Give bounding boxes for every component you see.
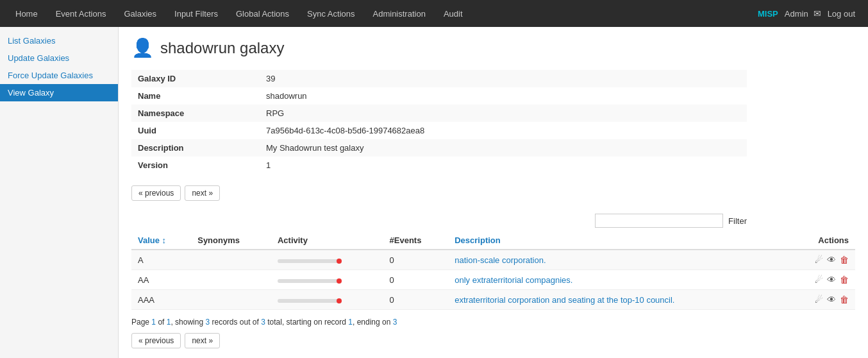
nav-event-actions[interactable]: Event Actions [47, 0, 115, 27]
detail-label: Version [131, 157, 260, 174]
cell-actions: ☄ 👁 🗑 [787, 270, 855, 290]
detail-label: Description [131, 139, 260, 157]
admin-area: Admin ✉ [785, 8, 821, 19]
nav-sync-actions[interactable]: Sync Actions [298, 0, 363, 27]
page-title: shadowrun galaxy [160, 39, 284, 57]
detail-value: shadowrun [260, 87, 747, 105]
nav-home[interactable]: Home [6, 0, 47, 27]
pagination-highlight: 3 [393, 318, 397, 327]
prev-button-bottom[interactable]: « previous [131, 333, 181, 348]
col-header-description[interactable]: Description [448, 232, 787, 250]
cell-actions: ☄ 👁 🗑 [787, 250, 855, 270]
nav-audit[interactable]: Audit [435, 0, 472, 27]
nav-global-actions[interactable]: Global Actions [227, 0, 298, 27]
delete-icon[interactable]: 🗑 [840, 275, 849, 285]
next-button-bottom[interactable]: next » [185, 333, 220, 348]
detail-row: Version1 [131, 157, 747, 174]
detail-value: RPG [260, 105, 747, 122]
detail-value: My Shadowrun test galaxy [260, 139, 747, 157]
navbar: Home Event Actions Galaxies Input Filter… [0, 0, 868, 27]
sidebar-item-view-galaxy[interactable]: View Galaxy [0, 84, 118, 101]
page-layout: List Galaxies Update Galaxies Force Upda… [0, 27, 868, 358]
logout-button[interactable]: Log out [821, 0, 862, 27]
cell-value: AAA [131, 290, 191, 310]
detail-row: NamespaceRPG [131, 105, 747, 122]
col-header-activity: Activity [271, 232, 383, 250]
cell-description: nation-scale corporation. [448, 250, 787, 270]
detail-value: 39 [260, 70, 747, 87]
sidebar: List Galaxies Update Galaxies Force Upda… [0, 27, 119, 358]
pagination-highlight: 3 [205, 318, 210, 327]
sidebar-item-update-galaxies[interactable]: Update Galaxies [0, 49, 118, 67]
share-icon[interactable]: ☄ [815, 255, 823, 265]
galaxy-icon: 👤 [131, 37, 154, 58]
delete-icon[interactable]: 🗑 [840, 294, 849, 305]
sidebar-item-force-update-galaxies[interactable]: Force Update Galaxies [0, 67, 118, 84]
table-row: A0nation-scale corporation. ☄ 👁 🗑 [131, 250, 855, 270]
activity-dot [337, 298, 342, 303]
pagination-highlight: 1 [151, 318, 156, 327]
detail-label: Galaxy ID [131, 70, 260, 87]
nav-input-filters[interactable]: Input Filters [165, 0, 227, 27]
view-icon[interactable]: 👁 [827, 294, 836, 305]
bottom-pagination: « previous next » [131, 333, 855, 348]
col-header-synonyms: Synonyms [191, 232, 271, 250]
pagination-highlight: 3 [261, 318, 265, 327]
pagination-highlight: 1 [167, 318, 171, 327]
cell-synonyms [191, 290, 271, 310]
page-header: 👤 shadowrun galaxy [131, 37, 855, 58]
view-icon[interactable]: 👁 [827, 275, 836, 285]
detail-value: 7a956b4d-613c-4c08-b5d6-19974682aea8 [260, 122, 747, 139]
activity-dot [337, 259, 342, 264]
cell-synonyms [191, 250, 271, 270]
data-table: Value ↕SynonymsActivity#EventsDescriptio… [131, 232, 855, 310]
col-header-actions: Actions [787, 232, 855, 250]
filter-row: Filter [131, 214, 747, 228]
cell-activity [271, 290, 383, 310]
view-icon[interactable]: 👁 [827, 255, 836, 265]
top-pagination: « previous next » [131, 185, 855, 201]
detail-label: Name [131, 87, 260, 105]
cell-events: 0 [383, 250, 449, 270]
col-header-value[interactable]: Value ↕ [131, 232, 191, 250]
cell-value: A [131, 250, 191, 270]
col-header-events: #Events [383, 232, 449, 250]
cell-actions: ☄ 👁 🗑 [787, 290, 855, 310]
cell-events: 0 [383, 270, 449, 290]
pagination-highlight: 1 [348, 318, 353, 327]
detail-label: Uuid [131, 122, 260, 139]
cell-value: AA [131, 270, 191, 290]
detail-row: DescriptionMy Shadowrun test galaxy [131, 139, 747, 157]
cell-description: extraterritorial corporation and seating… [448, 290, 787, 310]
detail-row: Uuid7a956b4d-613c-4c08-b5d6-19974682aea8 [131, 122, 747, 139]
share-icon[interactable]: ☄ [815, 275, 823, 285]
detail-row: Galaxy ID39 [131, 70, 747, 87]
cell-description: only extraterritorial compagnies. [448, 270, 787, 290]
activity-slider [278, 299, 342, 303]
activity-slider [278, 259, 342, 263]
main-content: 👤 shadowrun galaxy Galaxy ID39Nameshadow… [119, 27, 868, 358]
detail-value: 1 [260, 157, 747, 174]
detail-label: Namespace [131, 105, 260, 122]
cell-activity [271, 270, 383, 290]
share-icon[interactable]: ☄ [815, 294, 823, 305]
detail-table: Galaxy ID39NameshadowrunNamespaceRPGUuid… [131, 70, 747, 174]
activity-slider [278, 279, 342, 283]
pagination-info: Page 1 of 1, showing 3 records out of 3 … [131, 318, 855, 327]
filter-input[interactable] [595, 214, 723, 228]
next-button-top[interactable]: next » [185, 185, 220, 201]
cell-synonyms [191, 270, 271, 290]
table-row: AA0only extraterritorial compagnies. ☄ 👁… [131, 270, 855, 290]
admin-username: Admin [785, 9, 808, 19]
envelope-icon[interactable]: ✉ [814, 8, 821, 19]
activity-dot [337, 278, 342, 284]
detail-row: Nameshadowrun [131, 87, 747, 105]
nav-galaxies[interactable]: Galaxies [115, 0, 165, 27]
prev-button-top[interactable]: « previous [131, 185, 181, 201]
table-row: AAA0extraterritorial corporation and sea… [131, 290, 855, 310]
sidebar-item-list-galaxies[interactable]: List Galaxies [0, 32, 118, 49]
nav-administration[interactable]: Administration [364, 0, 435, 27]
delete-icon[interactable]: 🗑 [840, 255, 849, 265]
cell-activity [271, 250, 383, 270]
filter-label: Filter [728, 216, 747, 226]
